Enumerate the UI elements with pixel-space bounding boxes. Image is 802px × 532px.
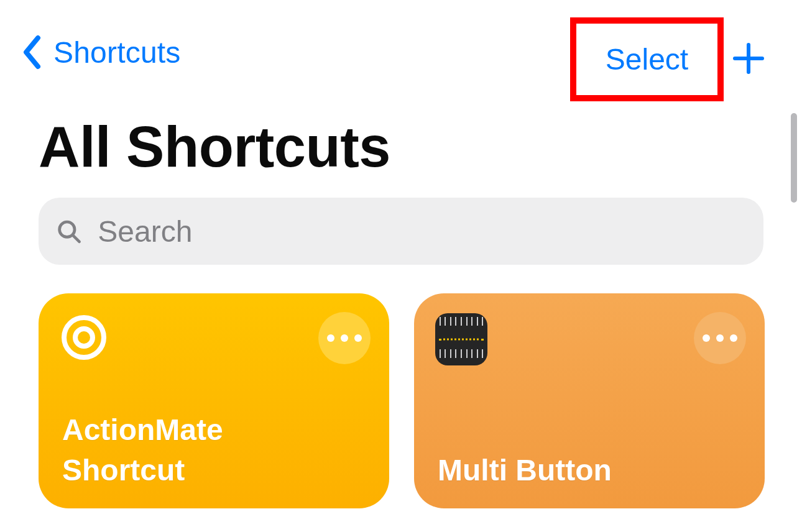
page-title: All Shortcuts (39, 114, 390, 180)
svg-point-4 (64, 318, 104, 357)
svg-line-3 (73, 236, 79, 242)
more-button[interactable] (318, 312, 371, 364)
more-button[interactable] (694, 312, 746, 364)
navbar: Shortcuts Select (0, 0, 802, 93)
search-input[interactable] (96, 214, 763, 249)
back-label: Shortcuts (53, 35, 181, 70)
ellipsis-icon (327, 334, 362, 342)
shortcut-title: ActionMate Shortcut (62, 410, 223, 491)
measure-app-icon (435, 313, 487, 365)
back-button[interactable]: Shortcuts (21, 35, 181, 70)
chevron-left-icon (21, 35, 42, 70)
svg-point-5 (75, 329, 93, 346)
target-icon (60, 313, 108, 364)
select-button[interactable]: Select (570, 17, 724, 101)
shortcut-tile[interactable]: Multi Button (414, 293, 765, 508)
search-icon (56, 218, 81, 245)
shortcut-title: Multi Button (438, 451, 612, 491)
add-button[interactable] (732, 42, 765, 77)
shortcut-tile[interactable]: ActionMate Shortcut (39, 293, 389, 508)
select-label: Select (606, 42, 688, 76)
plus-icon (732, 42, 765, 75)
ellipsis-icon (703, 334, 737, 342)
shortcut-grid: ActionMate Shortcut Multi Button (39, 293, 765, 508)
search-field[interactable] (39, 198, 763, 265)
scroll-indicator[interactable] (791, 113, 797, 203)
